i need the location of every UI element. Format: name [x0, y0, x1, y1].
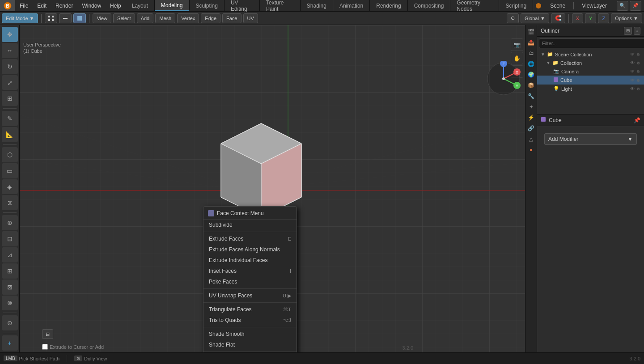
- gizmo-y[interactable]: Y: [585, 13, 596, 23]
- annotate-btn[interactable]: ✎: [2, 111, 18, 126]
- viewport-layout-btn[interactable]: ⊟: [42, 329, 53, 339]
- outliner-collection[interactable]: ▼ 📁 Collection 👁 🖱: [537, 59, 644, 67]
- vertex-menu-btn[interactable]: Vertex: [177, 13, 199, 23]
- render-menu[interactable]: Render: [51, 0, 77, 11]
- rotate-tool-btn[interactable]: ↻: [2, 59, 18, 74]
- physics-icon[interactable]: ⚡: [526, 113, 536, 123]
- ctx-shade-flat[interactable]: Shade Flat: [203, 339, 297, 350]
- edit-mode-dropdown[interactable]: Edit Mode ▼: [2, 13, 38, 23]
- help-menu[interactable]: Help: [106, 0, 126, 11]
- ctx-triangulate[interactable]: Triangulate Faces ⌘T: [203, 304, 297, 315]
- ctx-uv-unwrap[interactable]: UV Unwrap Faces U ▶: [203, 290, 297, 301]
- ctx-poke-faces[interactable]: Poke Faces: [203, 276, 297, 287]
- add-modifier-btn[interactable]: Add Modifier ▼: [544, 133, 637, 145]
- gizmo-z[interactable]: Z: [598, 13, 609, 23]
- edge-mode-btn[interactable]: [59, 13, 72, 23]
- cube-cursor[interactable]: 🖱: [636, 78, 640, 83]
- add-tool-btn[interactable]: +: [2, 335, 18, 351]
- workspace-sculpting[interactable]: Sculpting: [190, 0, 225, 11]
- scene-coll-eye[interactable]: 👁: [630, 52, 635, 57]
- edit-menu[interactable]: Edit: [33, 0, 51, 11]
- workspace-layout[interactable]: Layout: [126, 0, 155, 11]
- uv-menu-btn[interactable]: UV: [243, 13, 258, 23]
- move-tool-btn[interactable]: ↔: [2, 43, 18, 58]
- outliner-cube[interactable]: Cube 👁 🖱: [537, 76, 644, 85]
- ctx-shade-smooth[interactable]: Shade Smooth: [203, 329, 297, 339]
- rip-btn[interactable]: ⊠: [2, 279, 18, 295]
- ctx-extrude-individual[interactable]: Extrude Individual Faces: [203, 255, 297, 266]
- light-cursor[interactable]: 🖱: [636, 86, 640, 91]
- bevel-btn[interactable]: ⊿: [2, 247, 18, 262]
- modifier-props-icon[interactable]: 🔧: [526, 91, 536, 101]
- ctx-subdivide[interactable]: Subdivide: [203, 220, 297, 230]
- outliner-scene-collection[interactable]: ▼ 📁 Scene Collection 👁 🖱: [537, 50, 644, 59]
- object-props-icon[interactable]: 📦: [526, 80, 536, 90]
- workspace-modeling[interactable]: Modeling: [155, 0, 190, 11]
- loop-merge-btn[interactable]: ⊞: [2, 263, 18, 279]
- coll-eye[interactable]: 👁: [630, 60, 635, 65]
- outliner-search[interactable]: [539, 38, 644, 48]
- workspace-texture-paint[interactable]: Texture Paint: [260, 0, 301, 11]
- extrude-cursor-checkbox[interactable]: [42, 344, 48, 350]
- pin-object-btn[interactable]: 📌: [634, 117, 640, 123]
- viewport[interactable]: User Perspective (1) Cube: [20, 25, 525, 352]
- offset-edge-btn[interactable]: ▭: [2, 163, 18, 178]
- scene-props-icon[interactable]: 🌐: [526, 59, 536, 69]
- workspace-compositing[interactable]: Compositing: [408, 0, 451, 11]
- mesh-menu-btn[interactable]: Mesh: [155, 13, 175, 23]
- cursor-tool-btn[interactable]: ✥: [2, 27, 18, 42]
- workspace-geometry-nodes[interactable]: Geometry Nodes: [450, 0, 499, 11]
- global-dropdown[interactable]: Global ▼: [521, 13, 549, 23]
- edge-menu-btn[interactable]: Edge: [201, 13, 220, 23]
- app-icon[interactable]: B: [0, 0, 15, 11]
- cube-eye[interactable]: 👁: [630, 78, 635, 83]
- face-mode-btn[interactable]: [73, 13, 86, 23]
- view-layer-icon[interactable]: 🗂: [526, 48, 536, 58]
- scene-coll-cursor[interactable]: 🖱: [636, 52, 640, 57]
- file-menu[interactable]: File: [15, 0, 33, 11]
- world-props-icon[interactable]: 🌍: [526, 70, 536, 80]
- gizmo-x[interactable]: X: [572, 13, 583, 23]
- proportional-btn[interactable]: ⊙: [507, 13, 519, 23]
- ctx-extrude-faces[interactable]: Extrude Faces E: [203, 233, 297, 244]
- outliner-camera[interactable]: 📷 Camera 👁 🖱: [537, 67, 644, 76]
- outliner-light[interactable]: 💡 Light 👁 🖱: [537, 85, 644, 93]
- select-menu-btn[interactable]: Select: [113, 13, 135, 23]
- workspace-scripting[interactable]: Scripting: [499, 0, 533, 11]
- search-btn[interactable]: 🔍: [617, 1, 628, 11]
- output-props-icon[interactable]: 📤: [526, 38, 536, 47]
- light-eye[interactable]: 👁: [630, 86, 635, 91]
- snap-btn[interactable]: 🧲: [551, 13, 565, 23]
- material-icon[interactable]: ●: [526, 145, 536, 155]
- render-props-icon[interactable]: 🎬: [526, 27, 536, 37]
- ctx-extrude-normals[interactable]: Extrude Faces Along Normals: [203, 244, 297, 255]
- transform-tool-btn[interactable]: ⊞: [2, 91, 18, 106]
- extrude-btn[interactable]: ⊕: [2, 215, 18, 230]
- workspace-animation[interactable]: Animation: [333, 0, 370, 11]
- workspace-uv-editing[interactable]: UV Editing: [225, 0, 260, 11]
- ctx-tris-quads[interactable]: Tris to Quads ⌥J: [203, 315, 297, 326]
- knife-btn[interactable]: ◈: [2, 179, 18, 195]
- outliner-expand-btn[interactable]: ↕: [634, 27, 640, 35]
- loop-cut-btn[interactable]: ⬡: [2, 147, 18, 162]
- view-menu-btn[interactable]: View: [93, 13, 111, 23]
- cam-eye[interactable]: 👁: [630, 69, 635, 74]
- coll-cursor[interactable]: 🖱: [636, 60, 640, 65]
- smooth-btn[interactable]: ⊙: [2, 315, 18, 330]
- add-menu-btn[interactable]: Add: [137, 13, 154, 23]
- bisect-btn[interactable]: ⧖: [2, 195, 18, 210]
- camera-persp-btn[interactable]: 📷: [511, 38, 523, 51]
- scale-tool-btn[interactable]: ⤢: [2, 75, 18, 90]
- ctx-inset-faces[interactable]: Inset Faces I: [203, 266, 297, 276]
- options-btn[interactable]: Options ▼: [611, 13, 642, 23]
- cam-cursor[interactable]: 🖱: [636, 69, 640, 74]
- data-props-icon[interactable]: △: [526, 134, 536, 144]
- constraints-icon[interactable]: 🔗: [526, 123, 536, 133]
- inset-btn[interactable]: ⊟: [2, 231, 18, 246]
- pin-btn[interactable]: 📌: [630, 1, 641, 11]
- window-menu[interactable]: Window: [77, 0, 106, 11]
- workspace-rendering[interactable]: Rendering: [370, 0, 407, 11]
- vertex-mode-btn[interactable]: [45, 13, 57, 23]
- measure-btn[interactable]: 📐: [2, 127, 18, 142]
- workspace-shading[interactable]: Shading: [301, 0, 333, 11]
